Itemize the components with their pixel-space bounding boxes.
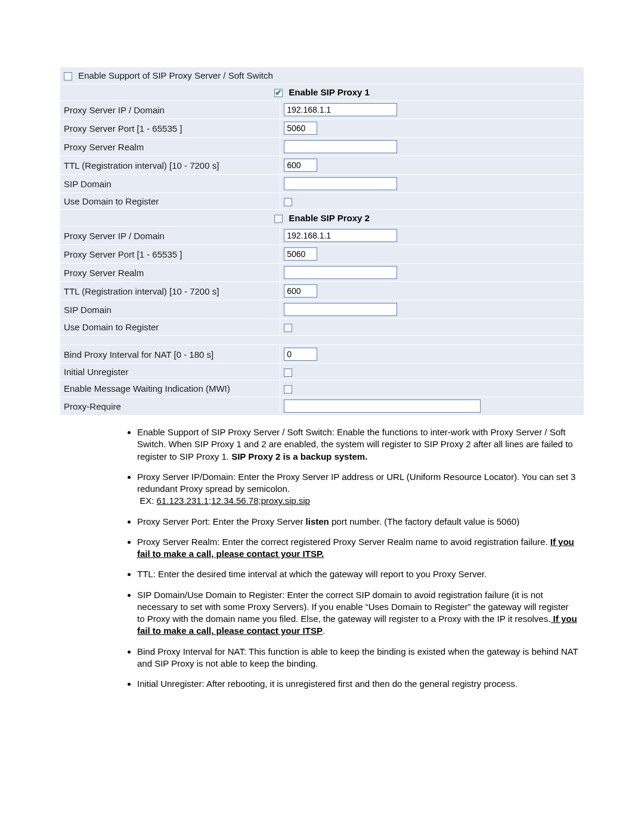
proxy2-header-label: Enable SIP Proxy 2 [289,213,370,223]
proxy2-port-label: Proxy Server Port [1 - 65535 ] [60,245,280,264]
proxy1-ttl-label: TTL (Registration interval) [10 - 7200 s… [60,156,280,175]
mwi-label: Enable Message Waiting Indication (MWI) [60,380,280,397]
note-item: SIP Domain/Use Domain to Register: Enter… [137,589,578,637]
proxy2-realm-label: Proxy Server Realm [60,264,280,282]
note-item: Proxy Server Port: Enter the Proxy Serve… [137,516,578,528]
proxy1-usedomain-label: Use Domain to Register [60,193,280,210]
enable-support-row: Enable Support of SIP Proxy Server / Sof… [60,67,584,84]
sip-proxy-config-table: Enable Support of SIP Proxy Server / Sof… [60,67,584,416]
proxy1-sipdomain-label: SIP Domain [60,175,280,193]
note-item: Initial Unregister: After rebooting, it … [137,678,578,690]
bind-proxy-label: Bind Proxy Interval for NAT [0 - 180 s] [60,345,280,364]
proxy1-realm-label: Proxy Server Realm [60,138,280,156]
proxy1-ip-input[interactable] [284,103,397,116]
note-item: Enable Support of SIP Proxy Server / Sof… [137,426,578,463]
proxy1-header: Enable SIP Proxy 1 [60,84,584,101]
note-item: TTL: Enter the desired time interval at … [137,568,578,580]
proxy2-ttl-input[interactable] [284,284,317,298]
proxy2-usedomain-label: Use Domain to Register [60,319,280,336]
proxy1-realm-input[interactable] [284,140,397,153]
proxy-require-input[interactable] [284,400,481,413]
note-item: Proxy Server Realm: Enter the correct re… [137,536,578,561]
proxy1-usedomain-checkbox[interactable] [284,198,292,206]
notes-section: Enable Support of SIP Proxy Server / Sof… [125,426,578,690]
bind-proxy-input[interactable] [284,348,317,361]
mwi-checkbox[interactable] [284,385,292,394]
proxy2-sipdomain-input[interactable] [284,303,397,316]
blank-row [60,336,584,345]
proxy1-sipdomain-input[interactable] [284,177,397,190]
proxy2-ttl-label: TTL (Registration interval) [10 - 7200 s… [60,282,280,301]
proxy1-header-label: Enable SIP Proxy 1 [289,87,370,97]
proxy1-port-input[interactable] [284,122,317,135]
enable-proxy1-checkbox[interactable] [274,89,283,97]
proxy-require-label: Proxy-Require [60,397,280,416]
proxy1-port-label: Proxy Server Port [1 - 65535 ] [60,119,280,138]
proxy2-header: Enable SIP Proxy 2 [60,210,584,227]
proxy2-ip-label: Proxy Server IP / Domain [60,227,280,245]
enable-support-label: Enable Support of SIP Proxy Server / Sof… [78,70,273,80]
note-item: Bind Proxy Interval for NAT: This functi… [137,646,578,670]
proxy2-realm-input[interactable] [284,266,397,279]
note-item: Proxy Server IP/Domain: Enter the Proxy … [137,471,578,507]
proxy1-ttl-input[interactable] [284,159,317,172]
proxy1-ip-label: Proxy Server IP / Domain [60,101,280,119]
enable-support-checkbox[interactable] [64,72,72,80]
initial-unregister-label: Initial Unregister [60,364,280,380]
proxy2-usedomain-checkbox[interactable] [284,324,292,332]
proxy2-ip-input[interactable] [284,229,397,242]
enable-proxy2-checkbox[interactable] [274,215,283,223]
proxy2-sipdomain-label: SIP Domain [60,301,280,319]
initial-unregister-checkbox[interactable] [284,368,292,377]
proxy2-port-input[interactable] [284,247,317,261]
